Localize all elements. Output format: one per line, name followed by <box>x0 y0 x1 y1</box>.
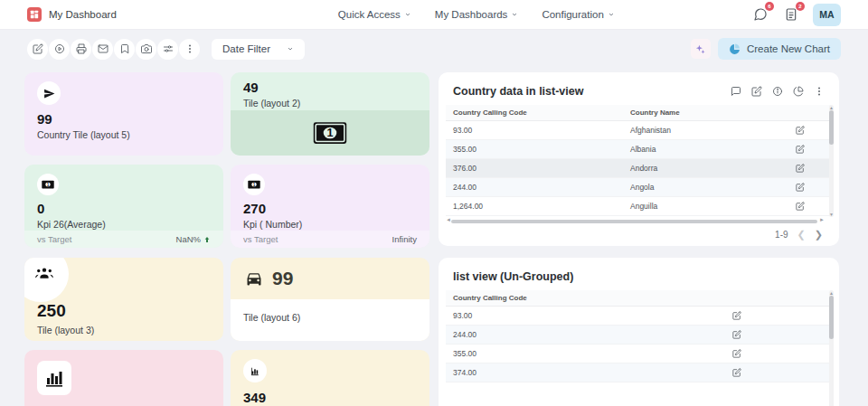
print-button[interactable] <box>71 39 91 60</box>
play-button[interactable] <box>49 39 70 60</box>
banknote-icon: 1 <box>313 121 347 145</box>
row-edit-button[interactable] <box>796 183 832 192</box>
app-title: My Dashboard <box>49 9 117 20</box>
nav-my-dashboards[interactable]: My Dashboards <box>435 9 519 20</box>
tasks-button[interactable]: 2 <box>782 5 800 24</box>
pie-chart-icon <box>793 86 804 97</box>
edit-icon <box>751 86 762 97</box>
edit-icon <box>33 43 43 54</box>
row-edit-button[interactable] <box>732 368 832 377</box>
vertical-scrollbar[interactable]: ▲ ▼ <box>829 105 834 217</box>
edit-icon <box>732 330 741 339</box>
edit-icon <box>796 164 805 173</box>
nav-quick-access[interactable]: Quick Access <box>338 9 411 20</box>
date-filter-label: Date Filter <box>222 43 270 54</box>
kpi-delta-value: Infinity <box>392 234 417 244</box>
tile-chart-pink[interactable] <box>24 350 223 406</box>
table-cell: Albania <box>623 145 796 154</box>
edit-icon <box>796 126 805 135</box>
edit-icon <box>796 183 805 192</box>
tile-layout3[interactable]: 250 Tile (layout 3) <box>24 258 223 341</box>
create-new-chart-button[interactable]: Create New Chart <box>718 38 841 60</box>
table-row[interactable]: 244.00Angola <box>446 178 832 197</box>
vertical-scrollbar[interactable]: ▲ ▼ <box>829 290 834 406</box>
ai-assistant-button[interactable] <box>691 39 711 59</box>
tile-label: Tile (layout 3) <box>37 325 94 335</box>
table-row[interactable]: 1,264.00Anguilla <box>446 197 832 216</box>
edit-icon <box>732 368 741 377</box>
table-row[interactable]: 93.00Afghanistan <box>446 121 832 140</box>
edit-icon <box>796 202 805 211</box>
kpi-delta-value: NaN% <box>176 234 201 244</box>
more-options-button[interactable] <box>179 39 200 60</box>
table-row[interactable]: 374.00 <box>446 364 832 382</box>
prev-page-button[interactable]: ❮ <box>797 229 806 241</box>
row-edit-button[interactable] <box>732 330 832 339</box>
svg-text:1: 1 <box>326 127 333 139</box>
table-cell: 376.00 <box>446 164 623 173</box>
paper-plane-icon <box>43 88 55 99</box>
row-edit-button[interactable] <box>732 311 832 320</box>
horizontal-scrollbar[interactable]: ◄ ► <box>446 219 832 224</box>
row-edit-button[interactable] <box>796 126 832 135</box>
table-cell: 93.00 <box>446 126 623 135</box>
arrow-up-icon <box>203 236 211 243</box>
table-cell: 374.00 <box>446 368 732 377</box>
row-edit-button[interactable] <box>796 145 832 154</box>
vs-target-label: vs Target <box>37 234 71 244</box>
edit-chart-button[interactable] <box>751 86 762 97</box>
tile-country-layout5[interactable]: 99 Country Tile (layout 5) <box>24 72 223 156</box>
info-icon <box>772 86 783 97</box>
panel-country-list-view: Country data in list-view <box>439 72 839 246</box>
info-button[interactable] <box>772 86 783 97</box>
tile-chart-cream[interactable]: 349 <box>231 350 429 406</box>
nav-label: My Dashboards <box>435 9 508 20</box>
user-avatar[interactable]: MA <box>813 4 841 26</box>
table-row[interactable]: 355.00Albania <box>446 140 832 159</box>
edit-icon <box>796 145 805 154</box>
dashboard-grid-icon <box>30 10 39 19</box>
date-filter-dropdown[interactable]: Date Filter <box>212 39 305 60</box>
table-row[interactable]: 93.00 <box>446 307 832 326</box>
table-row[interactable]: 244.00 <box>446 326 832 345</box>
printer-icon <box>76 43 87 54</box>
table-row[interactable]: 355.00 <box>446 345 832 364</box>
table-row[interactable]: 376.00Andorra <box>446 159 832 178</box>
next-page-button[interactable]: ❯ <box>815 229 823 241</box>
chat-icon <box>731 86 741 97</box>
comments-button[interactable] <box>731 86 741 97</box>
tile-kpi-average[interactable]: 1 0 Kpi 26(Average) vs Target NaN% <box>24 165 223 248</box>
row-edit-button[interactable] <box>796 202 832 211</box>
notification-badge: 6 <box>765 2 774 11</box>
chart-type-button[interactable] <box>793 86 804 97</box>
tasks-badge: 2 <box>796 2 805 11</box>
bookmark-button[interactable] <box>114 39 135 60</box>
tile-layout6[interactable]: 99 Tile (layout 6) <box>231 258 429 341</box>
tile-kpi-number[interactable]: 1 270 Kpi ( Number) vs Target Infinity <box>231 165 429 248</box>
edit-dashboard-button[interactable] <box>27 39 48 60</box>
table-cell: 93.00 <box>446 311 732 320</box>
row-edit-button[interactable] <box>796 164 832 173</box>
table-cell: Afghanistan <box>623 126 796 135</box>
ungrouped-table: Country Calling Code 93.00 244.00 355.00… <box>446 290 832 406</box>
snapshot-button[interactable] <box>136 39 156 60</box>
mail-button[interactable] <box>92 39 113 60</box>
filters-button[interactable] <box>157 39 178 60</box>
notifications-button[interactable]: 6 <box>751 5 769 24</box>
tile-kpi-footer: vs Target Infinity <box>231 231 429 248</box>
top-navbar: My Dashboard Quick Access My Dashboards … <box>0 0 868 30</box>
tile-value: 270 <box>243 201 417 216</box>
panel-title: Country data in list-view <box>453 85 583 98</box>
row-edit-button[interactable] <box>732 349 832 358</box>
table-cell: 355.00 <box>446 145 623 154</box>
banknote-icon: 1 <box>42 180 54 189</box>
panel-more-button[interactable] <box>814 86 825 97</box>
app-logo[interactable] <box>27 7 42 22</box>
panel-list-view-ungrouped: list view (Un-Grouped) Country Calling C… <box>439 258 839 406</box>
nav-configuration[interactable]: Configuration <box>542 9 614 20</box>
table-header: Country Calling Code Country Name <box>446 105 832 121</box>
kebab-icon <box>184 43 195 54</box>
tile-layout2[interactable]: 49 Tile (layout 2) 1 <box>231 72 429 156</box>
tile-value: 49 <box>243 80 417 95</box>
sliders-icon <box>163 43 174 54</box>
